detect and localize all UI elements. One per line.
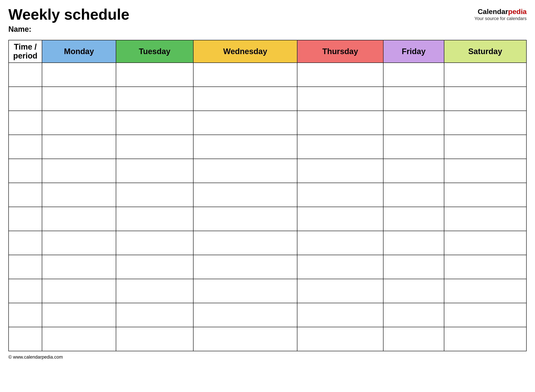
table-cell[interactable]	[9, 255, 42, 279]
table-cell[interactable]	[42, 87, 116, 111]
table-cell[interactable]	[9, 87, 42, 111]
logo-area: Calendarpedia Your source for calendars	[475, 6, 527, 21]
table-cell[interactable]	[42, 327, 116, 351]
table-row	[9, 327, 526, 351]
table-cell[interactable]	[444, 63, 526, 87]
table-cell[interactable]	[193, 111, 297, 135]
table-cell[interactable]	[116, 183, 193, 207]
table-cell[interactable]	[42, 303, 116, 327]
table-cell[interactable]	[9, 111, 42, 135]
table-cell[interactable]	[193, 279, 297, 303]
table-row	[9, 183, 526, 207]
table-cell[interactable]	[383, 111, 444, 135]
table-cell[interactable]	[444, 279, 526, 303]
table-cell[interactable]	[9, 231, 42, 255]
table-cell[interactable]	[444, 303, 526, 327]
table-cell[interactable]	[383, 231, 444, 255]
table-cell[interactable]	[193, 303, 297, 327]
table-cell[interactable]	[116, 231, 193, 255]
table-cell[interactable]	[193, 159, 297, 183]
title-area: Weekly schedule Name:	[8, 6, 475, 34]
table-cell[interactable]	[193, 255, 297, 279]
table-cell[interactable]	[193, 231, 297, 255]
table-cell[interactable]	[383, 207, 444, 231]
table-cell[interactable]	[297, 207, 383, 231]
footer-url-prefix: © www.	[8, 354, 24, 360]
header-wednesday: Wednesday	[193, 40, 297, 63]
table-cell[interactable]	[383, 279, 444, 303]
table-cell[interactable]	[116, 327, 193, 351]
footer-url-suffix: .com	[53, 354, 63, 360]
table-cell[interactable]	[444, 327, 526, 351]
table-cell[interactable]	[444, 183, 526, 207]
table-cell[interactable]	[297, 327, 383, 351]
table-cell[interactable]	[444, 207, 526, 231]
table-cell[interactable]	[9, 327, 42, 351]
table-cell[interactable]	[444, 159, 526, 183]
table-cell[interactable]	[116, 159, 193, 183]
table-cell[interactable]	[116, 87, 193, 111]
header-row: Time / period Monday Tuesday Wednesday T…	[9, 40, 526, 63]
table-cell[interactable]	[383, 327, 444, 351]
table-cell[interactable]	[383, 183, 444, 207]
table-cell[interactable]	[383, 135, 444, 159]
table-cell[interactable]	[383, 87, 444, 111]
table-cell[interactable]	[297, 159, 383, 183]
name-label: Name:	[8, 25, 475, 34]
table-cell[interactable]	[297, 111, 383, 135]
table-cell[interactable]	[297, 87, 383, 111]
table-cell[interactable]	[297, 279, 383, 303]
table-cell[interactable]	[42, 135, 116, 159]
table-cell[interactable]	[9, 159, 42, 183]
table-cell[interactable]	[9, 303, 42, 327]
table-cell[interactable]	[297, 255, 383, 279]
page-title: Weekly schedule	[8, 6, 475, 23]
table-row	[9, 279, 526, 303]
table-cell[interactable]	[383, 63, 444, 87]
table-cell[interactable]	[444, 255, 526, 279]
table-cell[interactable]	[42, 111, 116, 135]
table-cell[interactable]	[193, 63, 297, 87]
table-cell[interactable]	[9, 135, 42, 159]
table-cell[interactable]	[116, 207, 193, 231]
table-cell[interactable]	[42, 207, 116, 231]
table-cell[interactable]	[297, 303, 383, 327]
table-cell[interactable]	[42, 255, 116, 279]
table-cell[interactable]	[193, 327, 297, 351]
table-cell[interactable]	[116, 135, 193, 159]
table-cell[interactable]	[193, 135, 297, 159]
table-cell[interactable]	[297, 63, 383, 87]
table-cell[interactable]	[9, 207, 42, 231]
table-cell[interactable]	[444, 231, 526, 255]
table-cell[interactable]	[9, 183, 42, 207]
table-cell[interactable]	[383, 159, 444, 183]
table-cell[interactable]	[9, 63, 42, 87]
table-cell[interactable]	[116, 255, 193, 279]
logo-calendar-text: Calendar	[478, 8, 508, 15]
table-cell[interactable]	[9, 279, 42, 303]
table-row	[9, 255, 526, 279]
table-cell[interactable]	[116, 279, 193, 303]
table-cell[interactable]	[297, 135, 383, 159]
schedule-table: Time / period Monday Tuesday Wednesday T…	[8, 40, 527, 351]
table-cell[interactable]	[193, 207, 297, 231]
table-row	[9, 87, 526, 111]
table-cell[interactable]	[383, 303, 444, 327]
table-cell[interactable]	[42, 159, 116, 183]
table-cell[interactable]	[42, 231, 116, 255]
table-cell[interactable]	[297, 183, 383, 207]
table-cell[interactable]	[297, 231, 383, 255]
table-cell[interactable]	[42, 183, 116, 207]
table-cell[interactable]	[444, 87, 526, 111]
table-cell[interactable]	[116, 63, 193, 87]
table-cell[interactable]	[383, 255, 444, 279]
table-row	[9, 303, 526, 327]
table-cell[interactable]	[444, 135, 526, 159]
table-cell[interactable]	[444, 111, 526, 135]
table-cell[interactable]	[116, 303, 193, 327]
table-cell[interactable]	[42, 63, 116, 87]
table-cell[interactable]	[193, 87, 297, 111]
table-cell[interactable]	[116, 111, 193, 135]
table-cell[interactable]	[193, 183, 297, 207]
table-cell[interactable]	[42, 279, 116, 303]
